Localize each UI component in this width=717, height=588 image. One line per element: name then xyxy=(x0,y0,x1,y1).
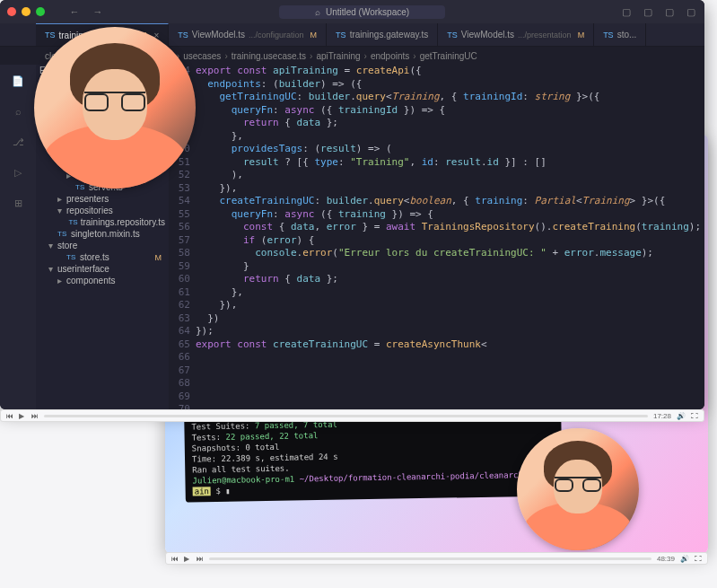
editor-tab[interactable]: TSViewModel.ts.../configurationM xyxy=(169,23,327,46)
search-side-icon[interactable]: ⌕ xyxy=(9,102,27,120)
fullscreen-icon[interactable]: ⛶ xyxy=(691,412,698,420)
code-editor[interactable]: 4445464748495051525354555657585960616263… xyxy=(169,65,704,409)
editor-tab[interactable]: TSsto... xyxy=(594,23,646,46)
file-item[interactable]: TSstore.tsM xyxy=(36,251,169,263)
video-scrubber[interactable] xyxy=(44,415,648,417)
folder-item[interactable]: ▾userinterface xyxy=(36,263,169,275)
window-close-button[interactable] xyxy=(7,7,16,16)
item-label: store xyxy=(57,241,77,250)
command-center[interactable]: ⌕ Untitled (Workspace) xyxy=(279,5,445,19)
nav-forward-icon[interactable]: → xyxy=(92,5,104,18)
code-line[interactable]: } xyxy=(196,260,704,274)
video-time: 17:28 xyxy=(653,412,671,420)
chevron-right-icon: › xyxy=(364,51,367,61)
window-zoom-button[interactable] xyxy=(36,7,45,16)
code-line[interactable]: export const apiTraining = createApi({ xyxy=(196,65,704,78)
ts-icon: TS xyxy=(75,183,86,191)
scm-icon[interactable]: ⎇ xyxy=(9,133,27,151)
ts-icon: TS xyxy=(336,31,346,39)
item-label: singleton.mixin.ts xyxy=(71,229,140,239)
breadcrumb-item[interactable]: apiTraining xyxy=(316,51,360,61)
skip-fwd-icon[interactable]: ⏭ xyxy=(31,412,39,419)
nav-back-icon[interactable]: ← xyxy=(68,5,81,18)
breadcrumb-item[interactable]: getTrainingUC xyxy=(420,51,477,61)
volume-icon[interactable]: 🔊 xyxy=(677,412,686,420)
video-controls-bottom[interactable]: ⏮ ▶ ⏭ 48:39 🔊 ⛶ xyxy=(165,552,708,565)
breadcrumb-item[interactable]: training.usecase.ts xyxy=(232,51,306,61)
breadcrumb-item[interactable]: usecases xyxy=(183,51,221,61)
chevron-right-icon: › xyxy=(224,51,227,61)
window-title: Untitled (Workspace) xyxy=(326,7,409,17)
play-icon[interactable]: ▶ xyxy=(19,412,26,419)
chevron-icon: ▾ xyxy=(48,264,57,274)
chevron-right-icon: › xyxy=(413,51,415,61)
code-line[interactable]: }, xyxy=(196,130,704,144)
code-line[interactable]: }, xyxy=(196,286,704,300)
fullscreen-icon[interactable]: ⛶ xyxy=(695,555,702,563)
ts-icon: TS xyxy=(57,230,68,238)
code-line[interactable]: }) xyxy=(196,312,704,326)
editor-tab[interactable]: TSViewModel.ts.../presentationM xyxy=(438,23,594,46)
chevron-right-icon: › xyxy=(310,51,312,61)
layout-right-icon[interactable]: ▢ xyxy=(663,5,676,18)
item-label: userinterface xyxy=(57,264,109,274)
code-line[interactable]: providesTags: (result) => ( xyxy=(196,143,704,156)
code-area[interactable]: export const apiTraining = createApi({ e… xyxy=(196,65,704,409)
code-line[interactable]: return { data }; xyxy=(196,273,704,286)
code-line[interactable]: }); xyxy=(196,325,704,338)
volume-icon[interactable]: 🔊 xyxy=(680,555,689,563)
code-line[interactable]: const { data, error } = await TrainingsR… xyxy=(196,221,704,234)
activity-bar: 📄 ⌕ ⎇ ▷ ⊞ xyxy=(0,65,36,409)
code-line[interactable]: getTrainingUC: builder.query<Training, {… xyxy=(196,91,704,104)
tab-label: sto... xyxy=(617,30,637,39)
code-line[interactable]: ), xyxy=(196,169,704,182)
layout-panel-icon[interactable]: ▢ xyxy=(642,5,654,18)
folder-item[interactable]: ▸presenters xyxy=(36,193,169,205)
code-line[interactable]: }), xyxy=(196,299,704,312)
breadcrumb-item[interactable]: endpoints xyxy=(371,51,409,61)
code-line[interactable]: queryFn: async ({ trainingId }) => { xyxy=(196,104,704,118)
tab-label: ViewModel.ts xyxy=(461,30,514,39)
ts-icon: TS xyxy=(45,31,56,39)
code-line[interactable]: endpoints: (builder) => ({ xyxy=(196,78,704,92)
tab-sublabel: .../presentation xyxy=(518,31,572,39)
window-minimize-button[interactable] xyxy=(22,7,31,16)
video-controls-top[interactable]: ⏮ ▶ ⏭ 17:28 🔊 ⛶ xyxy=(0,409,704,422)
ts-icon: TS xyxy=(66,253,77,261)
code-line[interactable]: queryFn: async ({ training }) => { xyxy=(196,208,704,222)
play-icon[interactable]: ▶ xyxy=(184,555,191,562)
skip-back-icon[interactable]: ⏮ xyxy=(171,555,179,562)
chevron-icon: ▸ xyxy=(57,276,66,285)
debug-icon[interactable]: ▷ xyxy=(9,163,27,181)
file-item[interactable]: TSsingleton.mixin.ts xyxy=(36,228,169,240)
code-line[interactable]: createTrainingUC: builder.query<boolean,… xyxy=(196,195,704,208)
code-line[interactable]: console.error("Erreur lors du createTrai… xyxy=(196,247,704,260)
extensions-icon[interactable]: ⊞ xyxy=(9,194,27,212)
tab-sublabel: .../configuration xyxy=(249,31,304,39)
video-scrubber[interactable] xyxy=(209,557,651,560)
tab-modified-dot: M xyxy=(578,31,585,39)
layout-grid-icon[interactable]: ▢ xyxy=(685,5,697,18)
video-time: 48:39 xyxy=(657,555,675,563)
ts-icon: TS xyxy=(447,31,458,39)
chevron-icon: ▸ xyxy=(57,194,66,204)
skip-back-icon[interactable]: ⏮ xyxy=(6,412,13,419)
item-label: trainings.repository.ts xyxy=(81,217,165,227)
modified-indicator: M xyxy=(155,253,166,262)
explorer-icon[interactable]: 📄 xyxy=(9,72,27,90)
editor-tab[interactable]: TStrainings.gateway.ts xyxy=(327,23,438,46)
terminal-panel: Test Suites: 7 passed, 7 totalTests: 22 … xyxy=(184,409,563,502)
folder-item[interactable]: ▾repositories xyxy=(36,205,169,216)
folder-item[interactable]: ▸components xyxy=(36,275,169,286)
tab-label: ViewModel.ts xyxy=(192,30,245,39)
folder-item[interactable]: ▾store xyxy=(36,240,169,251)
skip-fwd-icon[interactable]: ⏭ xyxy=(197,555,204,562)
file-item[interactable]: TStrainings.repository.ts xyxy=(36,216,169,228)
code-line[interactable]: return { data }; xyxy=(196,117,704,130)
layout-sidebar-icon[interactable]: ▢ xyxy=(620,5,633,18)
code-line[interactable]: }), xyxy=(196,182,704,196)
webcam-circle-top xyxy=(34,27,196,189)
code-line[interactable]: if (error) { xyxy=(196,234,704,248)
code-line[interactable]: result ? [{ type: "Training", id: result… xyxy=(196,156,704,170)
code-line[interactable]: export const createTrainingUC = createAs… xyxy=(196,338,704,352)
